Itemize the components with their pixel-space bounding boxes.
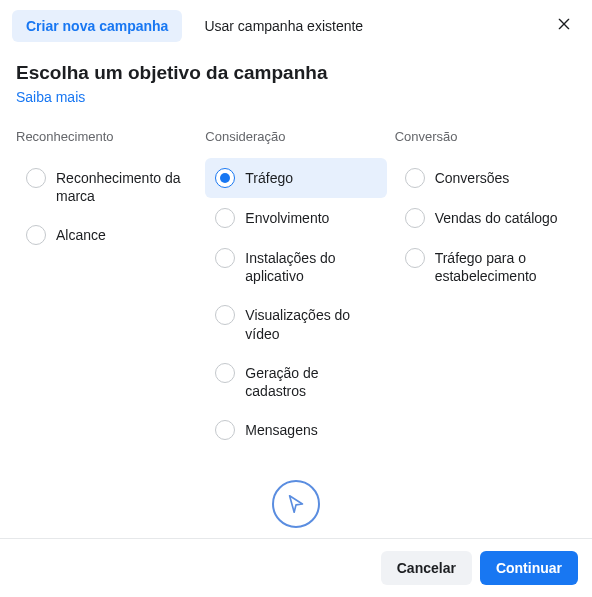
column-conversion: Conversão Conversões Vendas do catálogo … (395, 129, 576, 450)
option-label: Tráfego para o estabelecimento (435, 248, 566, 285)
option-reach[interactable]: Alcance (16, 215, 197, 255)
radio-icon (215, 363, 235, 383)
option-label: Envolvimento (245, 208, 329, 227)
option-conversions[interactable]: Conversões (395, 158, 576, 198)
option-video-views[interactable]: Visualizações do vídeo (205, 295, 386, 352)
option-label: Mensagens (245, 420, 317, 439)
learn-more-link[interactable]: Saiba mais (16, 89, 85, 105)
option-store-traffic[interactable]: Tráfego para o estabelecimento (395, 238, 576, 295)
close-button[interactable] (548, 10, 580, 42)
radio-icon (215, 168, 235, 188)
option-engagement[interactable]: Envolvimento (205, 198, 386, 238)
radio-icon (215, 248, 235, 268)
option-messages[interactable]: Mensagens (205, 410, 386, 450)
cursor-arrow-icon (272, 480, 320, 528)
column-header-consideration: Consideração (205, 129, 386, 144)
column-header-conversion: Conversão (395, 129, 576, 144)
column-awareness: Reconhecimento Reconhecimento da marca A… (16, 129, 197, 450)
option-lead-gen[interactable]: Geração de cadastros (205, 353, 386, 410)
option-label: Alcance (56, 225, 106, 244)
radio-icon (405, 248, 425, 268)
page-title: Escolha um objetivo da campanha (16, 62, 576, 84)
radio-icon (215, 305, 235, 325)
option-label: Geração de cadastros (245, 363, 376, 400)
option-label: Reconhecimento da marca (56, 168, 187, 205)
objective-columns: Reconhecimento Reconhecimento da marca A… (16, 129, 576, 450)
option-label: Visualizações do vídeo (245, 305, 376, 342)
option-label: Tráfego (245, 168, 293, 187)
radio-icon (215, 208, 235, 228)
tab-create-new[interactable]: Criar nova campanha (12, 10, 182, 42)
tab-use-existing[interactable]: Usar campanha existente (190, 10, 377, 42)
radio-icon (405, 208, 425, 228)
radio-icon (405, 168, 425, 188)
close-icon (556, 16, 572, 36)
campaign-objective-dialog: Criar nova campanha Usar campanha existe… (0, 0, 592, 597)
column-consideration: Consideração Tráfego Envolvimento Instal… (205, 129, 386, 450)
option-traffic[interactable]: Tráfego (205, 158, 386, 198)
dialog-header: Criar nova campanha Usar campanha existe… (0, 0, 592, 42)
option-label: Vendas do catálogo (435, 208, 558, 227)
radio-icon (215, 420, 235, 440)
column-header-awareness: Reconhecimento (16, 129, 197, 144)
option-label: Conversões (435, 168, 510, 187)
selected-objective-hero: Tráfego (16, 480, 576, 538)
continue-button[interactable]: Continuar (480, 551, 578, 585)
dialog-content: Escolha um objetivo da campanha Saiba ma… (0, 42, 592, 538)
radio-icon (26, 225, 46, 245)
dialog-footer: Cancelar Continuar (0, 538, 592, 597)
option-brand-awareness[interactable]: Reconhecimento da marca (16, 158, 197, 215)
cancel-button[interactable]: Cancelar (381, 551, 472, 585)
radio-icon (26, 168, 46, 188)
option-label: Instalações do aplicativo (245, 248, 376, 285)
option-app-installs[interactable]: Instalações do aplicativo (205, 238, 386, 295)
option-catalog-sales[interactable]: Vendas do catálogo (395, 198, 576, 238)
